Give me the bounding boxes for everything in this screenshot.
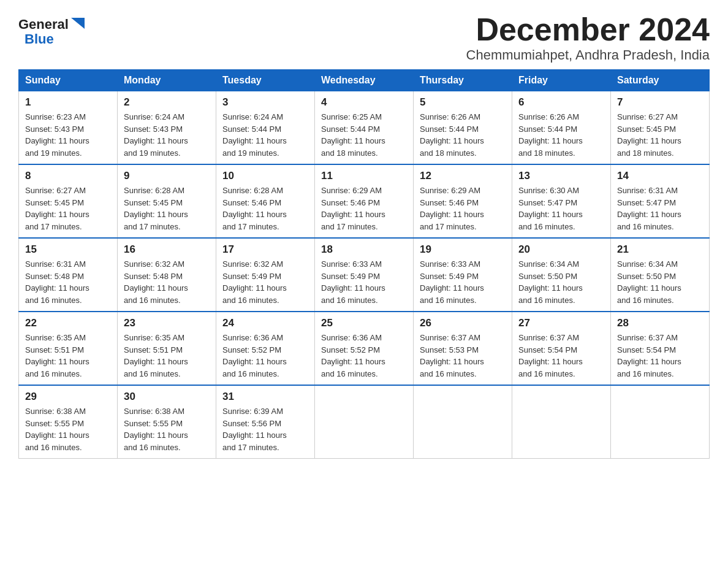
day-number: 31: [222, 391, 308, 403]
day-number: 22: [25, 317, 111, 329]
day-info: Sunrise: 6:35 AM Sunset: 5:51 PM Dayligh…: [25, 332, 111, 380]
day-info: Sunrise: 6:31 AM Sunset: 5:48 PM Dayligh…: [25, 258, 111, 306]
day-info: Sunrise: 6:35 AM Sunset: 5:51 PM Dayligh…: [124, 332, 210, 380]
column-header-friday: Friday: [512, 70, 611, 91]
calendar-cell: 6 Sunrise: 6:26 AM Sunset: 5:44 PM Dayli…: [512, 91, 611, 165]
calendar-cell: 22 Sunrise: 6:35 AM Sunset: 5:51 PM Dayl…: [19, 312, 118, 385]
calendar-cell: 10 Sunrise: 6:28 AM Sunset: 5:46 PM Dayl…: [216, 164, 315, 238]
day-info: Sunrise: 6:32 AM Sunset: 5:48 PM Dayligh…: [124, 258, 210, 306]
day-info: Sunrise: 6:25 AM Sunset: 5:44 PM Dayligh…: [321, 111, 407, 159]
day-info: Sunrise: 6:28 AM Sunset: 5:46 PM Dayligh…: [222, 185, 308, 232]
day-info: Sunrise: 6:37 AM Sunset: 5:54 PM Dayligh…: [518, 332, 604, 380]
column-header-thursday: Thursday: [414, 70, 512, 91]
day-info: Sunrise: 6:33 AM Sunset: 5:49 PM Dayligh…: [420, 258, 506, 306]
calendar-cell: [512, 385, 611, 459]
day-info: Sunrise: 6:31 AM Sunset: 5:47 PM Dayligh…: [617, 185, 703, 232]
day-number: 16: [124, 243, 210, 256]
column-header-wednesday: Wednesday: [315, 70, 414, 91]
day-number: 1: [25, 96, 111, 109]
day-info: Sunrise: 6:24 AM Sunset: 5:43 PM Dayligh…: [124, 111, 210, 159]
calendar-cell: 18 Sunrise: 6:33 AM Sunset: 5:49 PM Dayl…: [315, 238, 414, 312]
day-info: Sunrise: 6:39 AM Sunset: 5:56 PM Dayligh…: [222, 405, 308, 453]
calendar-cell: 30 Sunrise: 6:38 AM Sunset: 5:55 PM Dayl…: [118, 385, 216, 459]
day-number: 27: [518, 317, 604, 329]
calendar-cell: 27 Sunrise: 6:37 AM Sunset: 5:54 PM Dayl…: [512, 312, 611, 385]
day-number: 2: [124, 96, 210, 109]
calendar-cell: 23 Sunrise: 6:35 AM Sunset: 5:51 PM Dayl…: [118, 312, 216, 385]
calendar-cell: 2 Sunrise: 6:24 AM Sunset: 5:43 PM Dayli…: [118, 91, 216, 165]
calendar-week-row: 8 Sunrise: 6:27 AM Sunset: 5:45 PM Dayli…: [19, 164, 710, 238]
calendar-cell: 25 Sunrise: 6:36 AM Sunset: 5:52 PM Dayl…: [315, 312, 414, 385]
day-number: 11: [321, 170, 407, 182]
column-header-tuesday: Tuesday: [216, 70, 315, 91]
day-info: Sunrise: 6:37 AM Sunset: 5:53 PM Dayligh…: [420, 332, 506, 380]
calendar-cell: 5 Sunrise: 6:26 AM Sunset: 5:44 PM Dayli…: [414, 91, 512, 165]
logo: General Blue: [18, 12, 85, 47]
day-number: 26: [420, 317, 506, 329]
day-info: Sunrise: 6:36 AM Sunset: 5:52 PM Dayligh…: [321, 332, 407, 380]
page-subtitle: Chemmumiahpet, Andhra Pradesh, India: [466, 47, 710, 63]
calendar-week-row: 29 Sunrise: 6:38 AM Sunset: 5:55 PM Dayl…: [19, 385, 710, 459]
day-number: 17: [222, 243, 308, 256]
calendar-cell: 8 Sunrise: 6:27 AM Sunset: 5:45 PM Dayli…: [19, 164, 118, 238]
day-number: 9: [124, 170, 210, 182]
day-number: 6: [518, 96, 604, 109]
calendar-cell: 20 Sunrise: 6:34 AM Sunset: 5:50 PM Dayl…: [512, 238, 611, 312]
calendar-cell: 24 Sunrise: 6:36 AM Sunset: 5:52 PM Dayl…: [216, 312, 315, 385]
calendar-cell: 28 Sunrise: 6:37 AM Sunset: 5:54 PM Dayl…: [611, 312, 710, 385]
calendar-cell: 3 Sunrise: 6:24 AM Sunset: 5:44 PM Dayli…: [216, 91, 315, 165]
day-info: Sunrise: 6:26 AM Sunset: 5:44 PM Dayligh…: [420, 111, 506, 159]
day-info: Sunrise: 6:32 AM Sunset: 5:49 PM Dayligh…: [222, 258, 308, 306]
calendar-cell: [414, 385, 512, 459]
day-number: 5: [420, 96, 506, 109]
column-header-sunday: Sunday: [19, 70, 118, 91]
calendar-cell: 9 Sunrise: 6:28 AM Sunset: 5:45 PM Dayli…: [118, 164, 216, 238]
day-number: 18: [321, 243, 407, 256]
day-info: Sunrise: 6:38 AM Sunset: 5:55 PM Dayligh…: [124, 405, 210, 453]
calendar-cell: [611, 385, 710, 459]
calendar-cell: 4 Sunrise: 6:25 AM Sunset: 5:44 PM Dayli…: [315, 91, 414, 165]
day-number: 13: [518, 170, 604, 182]
svg-marker-0: [71, 18, 85, 29]
calendar-cell: [315, 385, 414, 459]
day-info: Sunrise: 6:29 AM Sunset: 5:46 PM Dayligh…: [321, 185, 407, 232]
day-number: 3: [222, 96, 308, 109]
day-info: Sunrise: 6:34 AM Sunset: 5:50 PM Dayligh…: [617, 258, 703, 306]
day-info: Sunrise: 6:29 AM Sunset: 5:46 PM Dayligh…: [420, 185, 506, 232]
day-info: Sunrise: 6:27 AM Sunset: 5:45 PM Dayligh…: [25, 185, 111, 232]
day-info: Sunrise: 6:37 AM Sunset: 5:54 PM Dayligh…: [617, 332, 703, 380]
calendar-cell: 29 Sunrise: 6:38 AM Sunset: 5:55 PM Dayl…: [19, 385, 118, 459]
day-number: 7: [617, 96, 703, 109]
day-info: Sunrise: 6:26 AM Sunset: 5:44 PM Dayligh…: [518, 111, 604, 159]
page-header: General Blue December 2024 Chemmumiahpet…: [18, 12, 710, 63]
day-info: Sunrise: 6:30 AM Sunset: 5:47 PM Dayligh…: [518, 185, 604, 232]
calendar-cell: 26 Sunrise: 6:37 AM Sunset: 5:53 PM Dayl…: [414, 312, 512, 385]
calendar-week-row: 15 Sunrise: 6:31 AM Sunset: 5:48 PM Dayl…: [19, 238, 710, 312]
day-number: 30: [124, 391, 210, 403]
logo-general-text: General: [18, 17, 69, 32]
calendar-cell: 1 Sunrise: 6:23 AM Sunset: 5:43 PM Dayli…: [19, 91, 118, 165]
day-number: 8: [25, 170, 111, 182]
day-number: 19: [420, 243, 506, 256]
day-number: 25: [321, 317, 407, 329]
day-number: 4: [321, 96, 407, 109]
day-info: Sunrise: 6:38 AM Sunset: 5:55 PM Dayligh…: [25, 405, 111, 453]
calendar-cell: 16 Sunrise: 6:32 AM Sunset: 5:48 PM Dayl…: [118, 238, 216, 312]
day-number: 12: [420, 170, 506, 182]
page-title: December 2024: [466, 12, 710, 47]
day-info: Sunrise: 6:36 AM Sunset: 5:52 PM Dayligh…: [222, 332, 308, 380]
day-number: 14: [617, 170, 703, 182]
day-info: Sunrise: 6:27 AM Sunset: 5:45 PM Dayligh…: [617, 111, 703, 159]
logo-blue-text: Blue: [18, 32, 54, 47]
column-header-saturday: Saturday: [611, 70, 710, 91]
calendar-cell: 17 Sunrise: 6:32 AM Sunset: 5:49 PM Dayl…: [216, 238, 315, 312]
day-info: Sunrise: 6:28 AM Sunset: 5:45 PM Dayligh…: [124, 185, 210, 232]
day-number: 20: [518, 243, 604, 256]
calendar-cell: 19 Sunrise: 6:33 AM Sunset: 5:49 PM Dayl…: [414, 238, 512, 312]
day-info: Sunrise: 6:23 AM Sunset: 5:43 PM Dayligh…: [25, 111, 111, 159]
logo-triangle-icon: [71, 18, 85, 29]
day-info: Sunrise: 6:34 AM Sunset: 5:50 PM Dayligh…: [518, 258, 604, 306]
calendar-cell: 31 Sunrise: 6:39 AM Sunset: 5:56 PM Dayl…: [216, 385, 315, 459]
day-number: 28: [617, 317, 703, 329]
day-info: Sunrise: 6:24 AM Sunset: 5:44 PM Dayligh…: [222, 111, 308, 159]
